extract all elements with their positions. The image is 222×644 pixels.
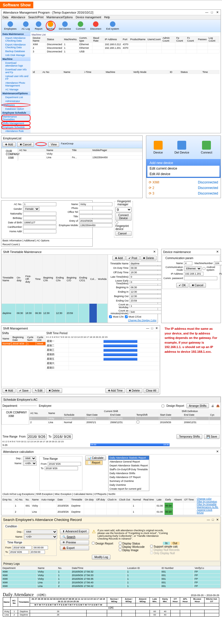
fp-cancel-button[interactable]: Cancel — [115, 231, 132, 236]
table-row[interactable]: XIMILina22016/9/26 17:56:401001FP — [2, 581, 221, 584]
late-input[interactable] — [130, 275, 163, 279]
report-menu-item[interactable]: Attendance General Report — [109, 460, 149, 464]
sr-dept-select[interactable]: XIMI — [24, 530, 57, 534]
device-button[interactable]: Device — [46, 21, 56, 31]
menu-add-device[interactable]: Add new device — [147, 160, 220, 166]
post-btn[interactable]: ✔ Post — [126, 256, 140, 260]
fp-select[interactable]: 9 — [115, 207, 132, 212]
table-row[interactable]: LinaFe...13823594450 — [18, 156, 142, 159]
menu-data[interactable]: Data — [2, 16, 8, 19]
sac-save-btn[interactable]: 💾 Save — [204, 434, 220, 439]
endin-input[interactable] — [130, 290, 163, 294]
link-filter-ex[interactable]: Filter by exception — [197, 500, 220, 503]
table-row[interactable]: XIMIVicky12016/9/26 17:56:321001FP — [2, 570, 221, 574]
sr-from-time[interactable] — [33, 546, 48, 550]
deldevice-button[interactable]: Del Device — [57, 21, 73, 31]
link-maint[interactable]: Maintenance AL/BL — [197, 506, 220, 508]
close-icon[interactable]: ✕ — [155, 326, 158, 330]
menu-edit-all[interactable]: Edit All device — [147, 171, 220, 177]
report-btn[interactable]: 📄 Report — [85, 460, 103, 465]
table-row[interactable]: 2Disconnected1Ethernet192.168.1.2014370 — [32, 46, 220, 50]
sidebar-usb[interactable]: Usb Disk Manage — [1, 53, 31, 57]
menu-edit-current[interactable]: Edit current device — [147, 166, 220, 171]
workday-input[interactable] — [130, 304, 163, 308]
device-big-button[interactable]: Device — [149, 139, 167, 156]
connect-device-button[interactable]: Connect Device — [115, 213, 132, 221]
sac-from-input[interactable] — [27, 434, 47, 439]
close-icon[interactable]: ✕ — [216, 11, 219, 14]
table-row[interactable]: 2LinaNormal2000/1/12999/12/312016/9/2620… — [29, 420, 221, 425]
sidebar-backup[interactable]: Backup Database — [1, 49, 31, 53]
sr-to-date[interactable] — [9, 550, 29, 554]
simple-calc-check[interactable] — [150, 545, 153, 548]
minute-input[interactable] — [130, 310, 163, 314]
report-menu-item[interactable]: Depart Attendance Statistic Report — [109, 464, 149, 467]
sm-addtime-btn[interactable]: ✚ Add Time — [105, 388, 125, 393]
sidebar-import[interactable]: Import Attendance Checking Data — [1, 36, 31, 43]
menu-search[interactable]: Search/Print — [28, 16, 44, 19]
sidebar-db-option[interactable]: Database Option — [1, 107, 31, 111]
report-menu-item[interactable]: Summary of Overtime — [109, 479, 149, 483]
dm-name-input[interactable] — [184, 261, 192, 265]
tab-calc[interactable]: Calculated Items — [74, 493, 92, 495]
disconnect-button[interactable]: Disconect — [89, 21, 103, 31]
tab-noshi[interactable]: NoShi — [109, 493, 115, 495]
disp-image-check[interactable] — [119, 548, 122, 551]
sidebar-emp-schedule[interactable]: Employee Schedule — [1, 125, 31, 129]
maximize-icon[interactable]: □ — [211, 518, 215, 521]
sidebar-ac-manage[interactable]: AC Manage — [1, 88, 31, 91]
minimize-icon[interactable]: — — [207, 518, 210, 521]
adv-export-btn[interactable]: ⬆ Advanced Export — [60, 529, 89, 534]
sidebar-download-logs[interactable]: Download attendance logs — [1, 61, 31, 68]
cancel-button[interactable]: ✖ Cancel — [189, 283, 206, 288]
add-button[interactable]: ✚ Add — [2, 142, 16, 147]
table-row[interactable]: XIMIDisconnected1Ethernet192.168.0.21243… — [32, 43, 220, 46]
tree-root[interactable]: OUR COMPANY — [2, 149, 17, 156]
print-icon[interactable]: 🖨 — [211, 404, 214, 407]
table-row[interactable]: XIMIVicky12016/9/26 17:56:331001FP — [2, 574, 221, 577]
onduty-input[interactable] — [130, 266, 163, 270]
sidebar-export[interactable]: Export Attendance Checking Data — [1, 43, 31, 49]
table-row[interactable]: XIMILina22016/9/26 17:56:421001FP — [2, 584, 221, 588]
tempshift-check[interactable] — [137, 421, 139, 423]
dm-pwd-input[interactable] — [184, 276, 217, 280]
ac-to-input[interactable] — [45, 466, 78, 470]
design-report-check[interactable] — [162, 405, 164, 407]
ac-name-select[interactable]: <All> — [23, 461, 37, 466]
sm-deltime-btn[interactable]: ✖ Delete — [126, 388, 142, 393]
calculate-btn[interactable]: 📊 Calculate — [85, 456, 106, 460]
addr-input[interactable] — [23, 229, 56, 233]
link-append[interactable]: Append Clock In/Out — [197, 508, 220, 514]
sac-to-input[interactable] — [53, 434, 72, 439]
title-input[interactable] — [79, 214, 112, 218]
officetel-input[interactable] — [79, 210, 112, 214]
endout-input[interactable] — [130, 299, 163, 303]
close-icon[interactable]: ✕ — [216, 250, 219, 254]
connect-big-button[interactable]: Connect — [196, 139, 217, 156]
begin-input[interactable] — [130, 285, 163, 289]
view-button[interactable]: View — [48, 142, 59, 147]
sidebar-photo-mgmt[interactable]: Attendance Photo Management — [1, 81, 31, 88]
acno-input[interactable] — [23, 202, 56, 206]
report-menu-item[interactable]: Daily Attendance Shifts — [109, 471, 149, 475]
close-icon[interactable]: ✕ — [216, 518, 219, 522]
table-row[interactable]: 1VickyNormal2000/1/12999/12/312016/9/262… — [29, 417, 221, 420]
sidebar-employees[interactable]: Employees — [1, 103, 31, 107]
sr-from-date[interactable] — [12, 546, 32, 550]
disp-workcode-check[interactable] — [119, 545, 122, 548]
tab-clock[interactable]: Clock In/Out Log Exceptions — [2, 493, 34, 495]
link-filter-tt[interactable]: Filter by timetable — [197, 503, 220, 506]
ac-from-input[interactable] — [48, 462, 81, 466]
modify-log-btn[interactable]: Modify Log — [92, 555, 110, 559]
menu-help[interactable]: Help — [104, 16, 110, 19]
tt-name-input[interactable] — [130, 262, 163, 265]
table-row[interactable]: 2Lina2016/9/26Daytime101:0000:20 — [2, 509, 196, 515]
birthday-input[interactable] — [23, 216, 56, 220]
sr-name-select[interactable]: <All> — [24, 535, 57, 539]
report-menu-item[interactable]: Daily Overtime — [109, 483, 149, 487]
minimize-icon[interactable]: — — [205, 11, 208, 14]
sm-edit-btn[interactable]: ✎ Edit — [32, 388, 45, 393]
offduty-input[interactable] — [130, 270, 163, 274]
exit-button[interactable]: Exit system — [105, 21, 121, 31]
temp-shifts-btn[interactable]: Temporary Shifts — [176, 434, 202, 439]
